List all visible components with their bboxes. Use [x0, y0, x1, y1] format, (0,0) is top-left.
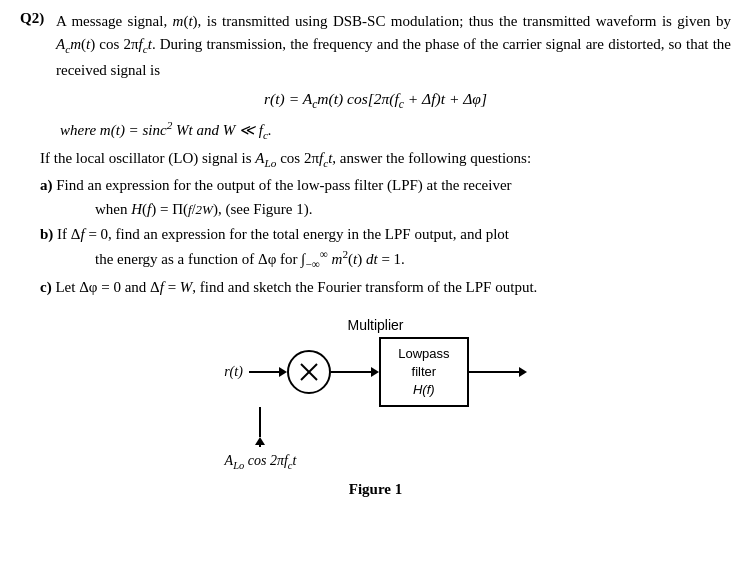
where-line: where m(t) = sinc2 Wt and W ≪ fc. [60, 119, 731, 141]
question-intro: A message signal, m(t), is transmitted u… [56, 10, 731, 82]
figure-caption: Figure 1 [20, 481, 731, 498]
input-signal-label: r(t) [224, 364, 243, 380]
multiplier-label: Multiplier [347, 317, 403, 333]
formula-r: r(t) = Acm(t) cos[2π(fc + Δf)t + Δφ] [20, 90, 731, 111]
lo-line: If the local oscillator (LO) signal is A… [40, 147, 731, 172]
lpf-box: Lowpass filter H(f) [379, 337, 469, 408]
lo-signal-label: ALo cos 2πfct [225, 453, 297, 471]
multiplier-circle [287, 350, 331, 394]
part-c: c) Let Δφ = 0 and Δf = W, find and sketc… [40, 276, 731, 299]
question-label: Q2) [20, 10, 48, 82]
part-a: a) Find an expression for the output of … [40, 174, 731, 221]
part-b: b) If Δf = 0, find an expression for the… [40, 223, 731, 274]
diagram: Multiplier r(t) Lowpass filter H(f) [20, 317, 731, 471]
